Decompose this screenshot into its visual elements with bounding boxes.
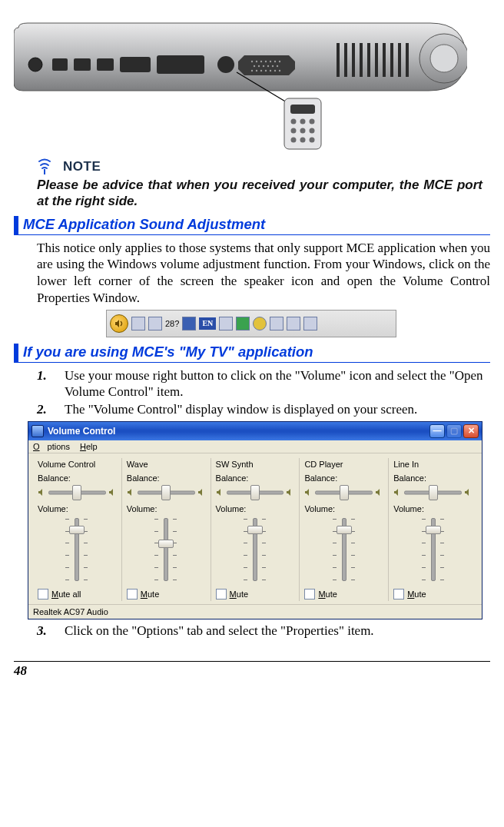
mixer-channel: WaveBalance: Volume:Mute [121,458,211,601]
mixer-channel: CD PlayerBalance: Volume:Mute [299,458,388,601]
note-text: Please be advice that when you received … [37,177,482,210]
laptop-side-figure [14,14,467,152]
ime-text: EN [202,319,213,327]
ordered-list-cont: 3. Click on the "Options" tab and select… [37,623,490,639]
svg-point-33 [251,70,253,71]
svg-point-19 [217,56,234,73]
volume-label: Volume: [38,504,117,513]
status-bar: Realtek AC97 Audio [28,604,482,619]
svg-point-43 [291,119,297,125]
tray-icon [253,317,267,330]
svg-point-51 [310,138,315,143]
svg-point-29 [263,65,264,67]
svg-rect-42 [290,105,315,114]
speaker-left-icon [38,488,46,497]
mixer-channel: Line InBalance: Volume:Mute [388,458,477,601]
mute-checkbox-row[interactable]: Mute [216,589,295,599]
volume-control-window: Volume Control — ▢ ✕ Options Help Volume… [28,421,482,619]
svg-point-34 [256,70,257,71]
tray-icon [303,317,317,330]
balance-slider[interactable] [393,484,472,501]
speaker-right-icon [375,488,383,497]
svg-point-22 [260,61,262,62]
speaker-right-icon [286,488,294,497]
mute-label: Mute [141,590,159,599]
mute-label: Mute [318,590,337,599]
balance-slider[interactable] [304,484,383,501]
mute-checkbox-row[interactable]: Mute [393,589,472,599]
section-title: If you are using MCE's "My TV" applicati… [23,344,313,362]
balance-slider[interactable] [216,484,295,501]
svg-rect-14 [52,58,68,71]
list-item: 3. Click on the "Options" tab and select… [37,623,490,639]
svg-point-13 [28,58,42,71]
speaker-right-icon [108,488,117,497]
svg-point-24 [270,61,271,62]
menu-options[interactable]: Options [33,442,70,451]
svg-point-47 [300,128,306,134]
checkbox[interactable] [216,589,227,599]
checkbox[interactable] [127,589,138,599]
ordered-list: 1. Use your mouse right button to click … [37,367,490,418]
speaker-left-icon [393,488,402,497]
svg-point-35 [260,70,262,71]
svg-point-36 [265,70,267,71]
svg-point-27 [254,65,255,67]
balance-slider[interactable] [38,484,117,501]
svg-point-28 [258,65,260,67]
menu-help[interactable]: Help [80,442,98,451]
tray-text: 28? [165,319,179,328]
channel-name: CD Player [304,460,383,469]
volume-label: Volume: [127,504,206,513]
balance-label: Balance: [393,473,472,483]
svg-point-48 [310,128,315,134]
wireless-note-icon [37,158,58,175]
volume-slider[interactable] [304,515,383,584]
svg-point-26 [279,61,280,62]
titlebar: Volume Control — ▢ ✕ [28,422,482,440]
tray-icon [148,317,162,330]
speaker-right-icon [464,488,472,497]
tray-icon [182,317,196,330]
tray-icon [219,317,233,330]
list-item: 1. Use your mouse right button to click … [37,367,490,401]
volume-slider[interactable] [38,515,117,584]
note-label: NOTE [37,158,482,175]
balance-slider[interactable] [127,484,206,501]
speaker-left-icon [304,488,313,497]
svg-point-46 [291,128,297,134]
window-title: Volume Control [48,426,429,437]
mixer-channel: Volume ControlBalance: Volume:Mute all [33,458,121,601]
svg-point-21 [256,61,257,62]
section-heading-mce-sound: MCE Application Sound Adjustment [14,216,490,235]
svg-point-49 [291,138,297,143]
checkbox[interactable] [38,589,48,599]
note-label-text: NOTE [63,159,101,174]
mute-checkbox-row[interactable]: Mute all [38,589,117,599]
mute-label: Mute [230,590,248,599]
svg-point-32 [277,65,278,67]
mute-checkbox-row[interactable]: Mute [304,589,383,599]
svg-point-1 [430,45,458,72]
balance-label: Balance: [38,473,117,483]
channel-name: Volume Control [38,460,117,469]
volume-slider[interactable] [393,515,472,584]
checkbox[interactable] [304,589,315,599]
speaker-icon [110,314,128,333]
minimize-button[interactable]: — [429,424,445,438]
svg-point-45 [310,119,315,125]
volume-slider[interactable] [127,515,206,584]
svg-point-20 [251,61,253,62]
mute-label: Mute all [51,590,81,599]
maximize-button[interactable]: ▢ [446,424,462,438]
checkbox[interactable] [393,589,404,599]
volume-slider[interactable] [216,515,295,584]
svg-point-44 [300,119,306,125]
close-button[interactable]: ✕ [463,424,479,438]
svg-rect-16 [97,58,114,71]
menu-bar: Options Help [28,440,482,453]
mute-checkbox-row[interactable]: Mute [127,589,206,599]
volume-label: Volume: [393,504,472,513]
mixer-channel: SW SynthBalance: Volume:Mute [211,458,300,601]
channel-name: SW Synth [216,460,295,469]
